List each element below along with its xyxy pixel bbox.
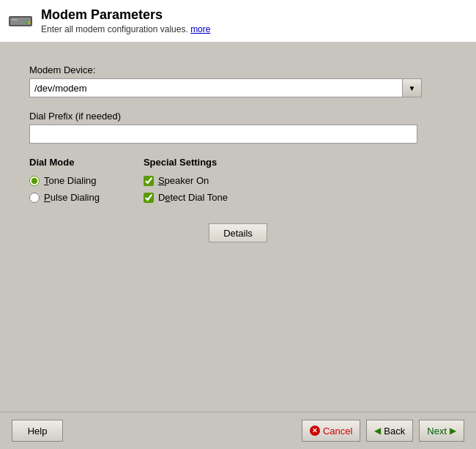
speaker-on-checkbox[interactable] — [144, 176, 154, 186]
cancel-button[interactable]: ✕ Cancel — [302, 420, 360, 442]
page-title: Modem Parameters — [41, 7, 210, 23]
back-button[interactable]: ◀ Back — [366, 420, 413, 442]
svg-rect-2 — [12, 19, 18, 21]
svg-point-4 — [28, 21, 31, 24]
special-settings-title: Special Settings — [144, 157, 228, 168]
tone-dialing-radio[interactable] — [29, 176, 40, 186]
dial-prefix-input[interactable] — [29, 125, 417, 144]
modem-device-label: Modem Device: — [29, 64, 447, 75]
help-button[interactable]: Help — [12, 420, 63, 442]
next-icon: ▶ — [450, 426, 456, 436]
detect-dial-tone-checkbox[interactable] — [144, 193, 154, 203]
speaker-on-label: Speaker On — [158, 175, 209, 186]
speaker-on-option[interactable]: Speaker On — [144, 175, 228, 186]
back-icon: ◀ — [374, 426, 381, 436]
modem-icon — [9, 13, 32, 29]
special-settings-group: Special Settings Speaker On Detect Dial … — [144, 157, 228, 209]
modem-device-group: Modem Device: ▼ — [29, 64, 447, 97]
pulse-dialing-radio[interactable] — [29, 193, 40, 203]
modem-device-dropdown-button[interactable]: ▼ — [403, 78, 422, 97]
dial-mode-group: Dial Mode Tone Dialing Pulse Dialing — [29, 157, 100, 209]
dial-mode-title: Dial Mode — [29, 157, 100, 168]
detect-dial-tone-label: Detect Dial Tone — [158, 192, 228, 203]
form-section: Modem Device: ▼ Dial Prefix (if needed) … — [29, 64, 447, 242]
chevron-down-icon: ▼ — [409, 84, 416, 92]
more-link[interactable]: more — [190, 24, 210, 34]
nav-buttons: ✕ Cancel ◀ Back Next ▶ — [302, 420, 464, 442]
tone-dialing-option[interactable]: Tone Dialing — [29, 175, 100, 186]
settings-row: Dial Mode Tone Dialing Pulse Dialing Spe… — [29, 157, 447, 209]
details-button[interactable]: Details — [209, 223, 267, 242]
dial-prefix-group: Dial Prefix (if needed) — [29, 111, 447, 144]
svg-rect-1 — [10, 18, 31, 25]
modem-device-input[interactable] — [29, 78, 403, 97]
svg-point-3 — [25, 21, 28, 24]
pulse-dialing-option[interactable]: Pulse Dialing — [29, 192, 100, 203]
pulse-dialing-label: Pulse Dialing — [44, 192, 100, 203]
footer: Help ✕ Cancel ◀ Back Next ▶ — [0, 412, 476, 449]
header-text: Modem Parameters Enter all modem configu… — [41, 7, 210, 34]
modem-device-row: ▼ — [29, 78, 447, 97]
page-subtitle: Enter all modem configuration values. mo… — [41, 24, 210, 34]
next-button[interactable]: Next ▶ — [419, 420, 464, 442]
header: Modem Parameters Enter all modem configu… — [0, 0, 476, 42]
tone-dialing-label: Tone Dialing — [44, 175, 97, 186]
dial-prefix-label: Dial Prefix (if needed) — [29, 111, 447, 122]
main-content: Modem Device: ▼ Dial Prefix (if needed) … — [0, 42, 476, 412]
detect-dial-tone-option[interactable]: Detect Dial Tone — [144, 192, 228, 203]
cancel-icon: ✕ — [310, 426, 320, 436]
